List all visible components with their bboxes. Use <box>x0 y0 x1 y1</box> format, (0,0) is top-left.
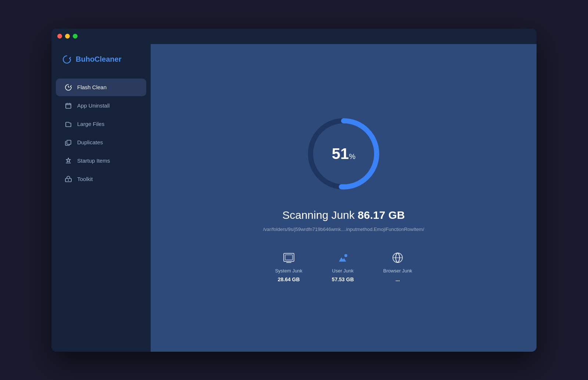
stat-system-junk: System Junk 28.64 GB <box>275 250 302 282</box>
traffic-lights <box>57 34 78 39</box>
system-junk-icon <box>282 250 296 265</box>
system-junk-value: 28.64 GB <box>278 276 300 282</box>
brand-icon <box>62 54 72 65</box>
sidebar-item-label-flash-clean: Flash Clean <box>77 84 107 90</box>
sidebar-item-label-startup-items: Startup Items <box>77 158 110 164</box>
stats-row: System Junk 28.64 GB User Junk 57.53 GB <box>275 250 412 282</box>
large-files-icon <box>65 120 72 128</box>
toolkit-icon <box>65 175 72 183</box>
sidebar-item-app-uninstall[interactable]: App Uninstall <box>56 97 146 115</box>
browser-junk-icon <box>390 250 405 265</box>
stat-browser-junk: Browser Junk ... <box>383 250 412 282</box>
brand-name: BuhoCleaner <box>76 55 121 64</box>
scanning-prefix: Scanning Junk <box>282 209 358 221</box>
progress-number: 51 <box>332 145 349 162</box>
sidebar: BuhoCleaner Flash Clean <box>51 44 151 352</box>
progress-ring-container: 51% <box>303 113 384 194</box>
progress-text: 51% <box>332 146 356 162</box>
startup-items-icon <box>65 157 72 164</box>
user-junk-value: 57.53 GB <box>332 276 354 282</box>
user-junk-label: User Junk <box>332 268 354 274</box>
flash-clean-icon <box>65 84 72 91</box>
sidebar-item-label-large-files: Large Files <box>77 121 104 127</box>
browser-junk-label: Browser Junk <box>383 268 412 274</box>
sidebar-item-label-app-uninstall: App Uninstall <box>77 102 110 109</box>
sidebar-item-flash-clean[interactable]: Flash Clean <box>56 79 146 96</box>
sidebar-item-label-toolkit: Toolkit <box>77 176 93 182</box>
sidebar-item-toolkit[interactable]: Toolkit <box>56 170 146 188</box>
scanning-size: 86.17 GB <box>358 209 405 221</box>
user-junk-icon <box>336 250 350 265</box>
scanning-path: /var/folders/9s/j59wrdfn719b646wmk....in… <box>263 227 424 232</box>
sidebar-item-duplicates[interactable]: Duplicates <box>56 134 146 151</box>
sidebar-item-large-files[interactable]: Large Files <box>56 115 146 133</box>
maximize-button[interactable] <box>73 34 78 39</box>
app-uninstall-icon <box>65 102 72 109</box>
browser-junk-value: ... <box>395 276 400 282</box>
system-junk-label: System Junk <box>275 268 302 274</box>
brand: BuhoCleaner <box>51 54 151 78</box>
stat-user-junk: User Junk 57.53 GB <box>332 250 354 282</box>
svg-rect-5 <box>285 255 293 260</box>
app-body: BuhoCleaner Flash Clean <box>51 44 537 352</box>
app-window: BuhoCleaner Flash Clean <box>51 29 537 352</box>
sidebar-item-label-duplicates: Duplicates <box>77 139 103 145</box>
svg-point-6 <box>344 254 347 257</box>
progress-percent: % <box>349 152 355 160</box>
close-button[interactable] <box>57 34 62 39</box>
minimize-button[interactable] <box>65 34 70 39</box>
svg-rect-0 <box>66 104 71 108</box>
scanning-title: Scanning Junk 86.17 GB <box>282 209 405 221</box>
sidebar-nav: Flash Clean App Uninstall <box>51 78 151 189</box>
sidebar-item-startup-items[interactable]: Startup Items <box>56 152 146 170</box>
duplicates-icon <box>65 139 72 146</box>
main-content: 51% Scanning Junk 86.17 GB /var/folders/… <box>151 44 537 352</box>
titlebar <box>51 29 537 44</box>
